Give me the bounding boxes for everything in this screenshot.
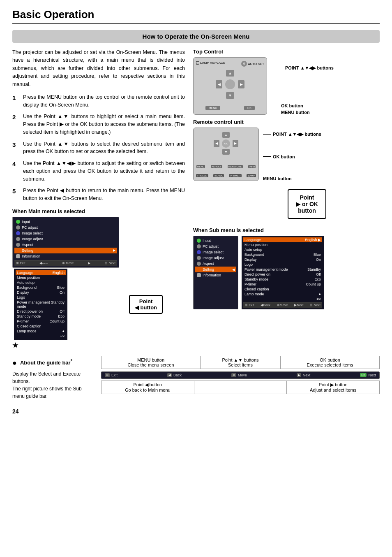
sub-logo-label: Logo [244, 262, 253, 267]
sub-icon-info [197, 273, 201, 277]
submenu-row-standby: Standby mode Eco [16, 314, 66, 319]
submenu-label-logo: Logo [17, 295, 25, 299]
remote-right-btn[interactable]: ▶ [233, 140, 238, 147]
top-control-right-btn[interactable]: ▶ [238, 80, 244, 88]
remote-menu-btn[interactable]: MENU [196, 165, 205, 168]
sub-m-info: Information [195, 272, 236, 278]
remote-freeze-btn[interactable]: FREEZE [196, 174, 208, 177]
submenu-label-directpwr: Direct power on [17, 309, 43, 313]
remote-aspect-btn[interactable]: ASPECT [211, 165, 222, 168]
submenu-row-directpwr: Direct power on Off [16, 309, 66, 314]
remote-bottom-row: FREEZE BLANK P-TIMER LAMP [194, 174, 258, 177]
main-menu-title: When Main menu is selected [12, 208, 185, 214]
step-3-num: 3 [12, 140, 20, 156]
top-ctrl-point-text: POINT ▲▼◀▶ buttons [285, 65, 334, 71]
sub-autosetup-row: Auto setup [243, 247, 322, 252]
remote-control-title: Remote control unit [193, 119, 380, 125]
submenu-val-lamp: ● [62, 329, 65, 333]
submenu-label-disp: Display [17, 290, 29, 295]
gb-move-item: ⊕ Move [231, 373, 247, 377]
main-menu-section: When Main menu is selected Input PC adju… [12, 208, 185, 349]
sub-m-input: Input [195, 238, 236, 244]
remote-ptimer-btn[interactable]: P-TIMER [229, 174, 242, 177]
step-4-text: Use the Point ▲▼◀▶ buttons to adjust the… [23, 160, 185, 183]
submenu-row-bg: Background Blue [16, 285, 66, 290]
sub-m-imgsel: Image select [195, 249, 236, 255]
submenu-col: Language English Menu position Auto setu… [14, 269, 67, 340]
remote-ok-label: OK button [263, 154, 321, 159]
step-3: 3 Use the Point ▲▼ buttons to select the… [12, 140, 185, 156]
sub-icon-pc [197, 244, 201, 248]
sub-icon-imgadj [197, 256, 201, 260]
guide-point-select-label: Select items [228, 362, 253, 367]
sub-setting-arrow: ◀ [232, 268, 235, 272]
sub-directpwr-val: Off [316, 272, 321, 276]
sub-ptimer-row: P-timerCount up [243, 282, 322, 287]
top-control-labels: POINT ▲▼◀▶ buttons OK button MENU button [271, 57, 334, 115]
remote-lamp-btn[interactable]: LAMP [247, 174, 256, 177]
guide-pointright-adj-label: Adjust and select items [310, 388, 356, 392]
top-control-down-btn[interactable]: ▼ [226, 92, 234, 99]
sub-cc-row: Closed caption [243, 287, 322, 292]
sub-next: ⊞ Next [310, 303, 321, 307]
submenu-row-disp: Display On [16, 290, 66, 295]
menu-label-input: Input [22, 220, 30, 224]
remote-ok-text: OK button [273, 154, 295, 159]
sub-move: ⊕Move [277, 303, 288, 307]
sub-standby-row: Standby modeEco [243, 277, 322, 282]
sub-bg-label: Background [244, 253, 264, 257]
remote-left-btn[interactable]: ◀ [214, 140, 219, 147]
top-control-left-btn[interactable]: ◀ [216, 80, 222, 88]
menu-button[interactable]: MENU [205, 106, 221, 110]
star-note: ★ [12, 341, 119, 349]
step-1-num: 1 [12, 93, 20, 109]
auto-set-label: ⚙ AUTO SET [241, 61, 264, 67]
sub-icon-input [197, 239, 201, 243]
point-or-ok-wrapper: Point ▶ or OK button [210, 185, 380, 223]
submenu-row-lamp: Lamp mode ● [16, 329, 66, 334]
remote-up-btn[interactable]: ▲ [222, 132, 230, 138]
point-or-ok-line2: ▶ or OK [296, 201, 318, 207]
guide-bar-description: Display the Select and Execute buttons.T… [12, 370, 95, 400]
menu-label-aspect: Aspect [22, 243, 33, 247]
guide-point-btn-label: Point ▲▼ buttons [222, 357, 258, 362]
top-control-up-btn[interactable]: ▲ [226, 70, 234, 77]
sub-exit: ⊞ Exit [245, 303, 254, 307]
guide-table2-pointleft-col: Point ◀ button Go back to Main menu [101, 381, 194, 394]
submenu-val-ptimer: Count up [49, 319, 65, 323]
remote-down-btn[interactable]: ▼ [222, 149, 230, 155]
ok-button[interactable]: OK [244, 106, 255, 110]
remote-ok-center[interactable]: OK [222, 139, 230, 148]
point-left-line1: Point [135, 298, 157, 304]
guide-table2-pointright-col: Point ▶ button Adjust and select items [287, 381, 380, 394]
menu-btn-wrapper: MENU [205, 106, 221, 110]
sub-m-pcadj: PC adjust [195, 244, 236, 249]
submenu-label-ptimer: P-timer [17, 319, 29, 323]
menu-screenshot-panel: Input PC adjust Image select Image [12, 217, 119, 268]
submenu-row-autosetup: Auto setup [16, 280, 66, 285]
gb-oknext-item: OK Next [360, 373, 376, 377]
point-left-callout: Point ◀ button [129, 295, 163, 314]
remote-blank-btn[interactable]: BLANK [213, 174, 224, 177]
remote-keystone-btn[interactable]: KEYSTONE [228, 165, 243, 168]
sub-back: ◀Back [261, 303, 270, 307]
point-or-ok-line3: button [296, 207, 318, 214]
step-3-text: Use the Point ▲▼ buttons to select the d… [23, 140, 185, 156]
step-2-num: 2 [12, 113, 20, 136]
gb-back-icon: ◀ [167, 373, 172, 377]
main-menu-screenshot: Input PC adjust Image select Image [12, 217, 119, 349]
remote-info-btn[interactable]: INFO [248, 165, 256, 168]
guide-bar-diagram: MENU button Close the menu screen Point … [101, 356, 380, 400]
step-1: 1 Press the MENU button on the top contr… [12, 93, 185, 109]
sub-m-setting: Setting◀ [195, 267, 236, 272]
sub-menu-main-panel: Input PC adjust Image select Image adjus… [193, 236, 238, 309]
sub-m-aspect: Aspect [195, 261, 236, 267]
top-ctrl-menu-label: MENU button [281, 110, 334, 115]
guide-ok-btn-label: OK button [320, 357, 340, 362]
submenu-label-lamp: Lamp mode [17, 329, 37, 333]
sub-m-imgadj: Image adjust [195, 255, 236, 261]
menu-row-setting: Setting ▶ [14, 248, 117, 253]
sub-icon-aspect [197, 262, 201, 266]
submenu-label-cc: Closed caption [17, 324, 42, 328]
sub-menu-demo: Input PC adjust Image select Image adjus… [193, 236, 380, 309]
